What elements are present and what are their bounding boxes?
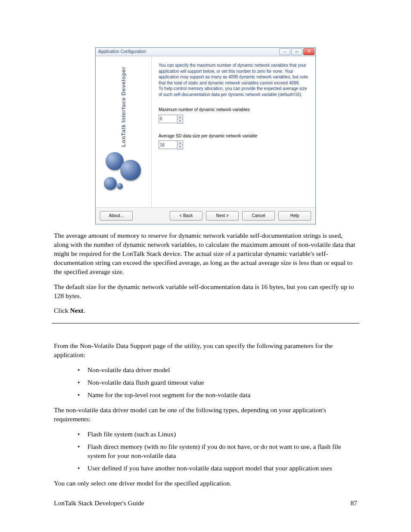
list-item: Flash direct memory (with no file system… xyxy=(85,442,357,460)
field-max-dyn-label: Maximum number of dynamic network variab… xyxy=(159,107,308,113)
dialog-instructions: You can specify the maximum number of dy… xyxy=(159,62,308,97)
spin-down-icon[interactable]: ▼ xyxy=(177,145,183,149)
max-dyn-nv-input[interactable] xyxy=(159,115,177,123)
help-button[interactable]: Help xyxy=(278,211,311,221)
back-button[interactable]: < Back xyxy=(170,211,202,221)
footer-page-number: 87 xyxy=(351,499,358,508)
next-button[interactable]: Next > xyxy=(206,211,239,221)
app-config-dialog: Application Configuration — ▭ ✕ LonTalk … xyxy=(95,47,316,224)
list-item: Flash file system (such as Linux) xyxy=(85,430,357,439)
max-dyn-spinner[interactable]: ▲ ▼ xyxy=(177,115,183,124)
spin-up-icon[interactable]: ▲ xyxy=(177,115,183,119)
cancel-button[interactable]: Cancel xyxy=(242,211,275,221)
avg-sd-size-input[interactable] xyxy=(159,140,177,149)
avg-sd-spinner[interactable]: ▲ ▼ xyxy=(177,140,183,149)
dialog-sidebar: LonTalk Interface Developer xyxy=(96,56,152,207)
text-bold-next: Next xyxy=(70,307,83,314)
list-item: Non-volatile data flush guard timeout va… xyxy=(85,378,357,387)
footer-doc-title: LonTalk Stack Developer's Guide xyxy=(54,499,144,508)
dialog-instr-line1: You can specify the maximum number of dy… xyxy=(159,63,308,85)
close-icon[interactable]: ✕ xyxy=(303,48,314,55)
dialog-titlebar: Application Configuration — ▭ ✕ xyxy=(96,48,315,56)
sidebar-art-icon xyxy=(102,152,145,195)
spin-up-icon[interactable]: ▲ xyxy=(177,141,183,145)
body-paragraph: The non-volatile data driver model can b… xyxy=(54,406,357,424)
list-item: User defined if you have another non-vol… xyxy=(85,464,357,473)
body-paragraph: You can only select one driver model for… xyxy=(54,479,357,488)
body-paragraph: The default size for the dynamic network… xyxy=(54,283,357,301)
field-avg-sd-label: Average SD data size per dynamic network… xyxy=(159,133,308,139)
section-divider xyxy=(52,323,359,324)
text-run: Click xyxy=(54,307,70,314)
text-run: . xyxy=(83,307,85,314)
spin-down-icon[interactable]: ▼ xyxy=(177,119,183,123)
body-paragraph-click-next: Click Next. xyxy=(54,306,357,315)
about-button[interactable]: About... xyxy=(100,211,133,221)
list-item: Name for the top-level root segment for … xyxy=(85,391,357,400)
maximize-icon[interactable]: ▭ xyxy=(291,48,302,55)
dialog-title: Application Configuration xyxy=(98,49,146,55)
body-paragraph: From the Non-Volatile Data Support page … xyxy=(54,342,357,360)
sidebar-brand-label: LonTalk Interface Developer xyxy=(120,65,128,147)
body-paragraph: The average amount of memory to reserve … xyxy=(54,231,357,277)
bullet-list-params: Non-volatile data driver model Non-volat… xyxy=(54,366,357,400)
list-item: Non-volatile data driver model xyxy=(85,366,357,375)
minimize-icon[interactable]: — xyxy=(279,48,290,55)
dialog-instr-line2: To help control memory allocation, you c… xyxy=(159,86,307,97)
bullet-list-drivers: Flash file system (such as Linux) Flash … xyxy=(54,430,357,473)
